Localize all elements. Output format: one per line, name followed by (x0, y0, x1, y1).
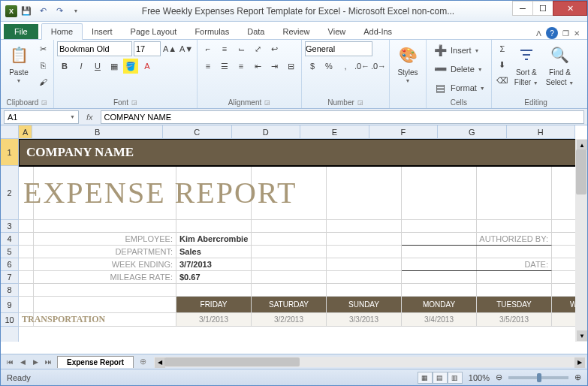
column-header-F[interactable]: F (369, 125, 438, 138)
row-header-8[interactable]: 8 (1, 284, 18, 297)
comma-icon[interactable]: , (338, 59, 353, 74)
tab-formulas[interactable]: Formulas (185, 24, 238, 39)
styles-button[interactable]: 🎨 Styles ▼ (393, 41, 423, 85)
column-header-H[interactable]: H (507, 125, 575, 138)
label-authorized-by[interactable]: AUTHORIZED BY: (402, 233, 552, 246)
row-header-9[interactable]: 9 (1, 297, 18, 313)
indent-left-icon[interactable]: ⇤ (250, 59, 265, 74)
page-layout-view-icon[interactable]: ▤ (433, 372, 448, 384)
tab-last-icon[interactable]: ⏭ (42, 356, 54, 368)
name-box[interactable]: A1 ▼ (4, 110, 79, 124)
cell-H5[interactable] (552, 246, 575, 258)
fx-icon[interactable]: fx (82, 113, 98, 122)
cell-F5[interactable] (402, 246, 477, 258)
row-header-6[interactable]: 6 (1, 258, 18, 271)
align-top-icon[interactable]: ⌐ (201, 41, 216, 56)
row-header-2[interactable]: 2 (1, 166, 18, 220)
cell-H7[interactable] (552, 271, 575, 284)
cell-date-2[interactable]: 3/3/2013 (327, 313, 402, 327)
cell-D8[interactable] (252, 284, 327, 297)
tab-review[interactable]: Review (273, 24, 318, 39)
cell-E8[interactable] (327, 284, 402, 297)
redo-icon[interactable]: ↷ (52, 4, 67, 19)
cut-icon[interactable]: ✂ (35, 41, 50, 56)
value-department[interactable]: Sales (176, 246, 327, 258)
font-color-icon[interactable]: A (140, 59, 155, 74)
find-select-button[interactable]: 🔍 Find & Select ▼ (543, 41, 577, 88)
close-button[interactable]: ✕ (553, 1, 587, 16)
help-icon[interactable]: ? (546, 27, 558, 39)
cell-G3[interactable] (477, 220, 552, 233)
clear-icon[interactable]: ⌫ (495, 73, 510, 88)
alignment-launcher-icon[interactable]: ◲ (264, 99, 270, 106)
header-day-5[interactable]: WEDNESD (552, 297, 575, 313)
cell-A4[interactable] (19, 233, 34, 246)
tab-prev-icon[interactable]: ◀ (17, 356, 29, 368)
label-week-ending[interactable]: WEEK ENDING: (34, 258, 176, 271)
header-day-1[interactable]: SATURDAY (252, 297, 327, 313)
zoom-slider[interactable] (508, 376, 568, 379)
scroll-down-icon[interactable]: ▼ (577, 330, 587, 341)
label-date[interactable]: DATE: (402, 258, 552, 271)
bold-button[interactable]: B (57, 59, 72, 74)
increase-decimal-icon[interactable]: .0← (354, 59, 369, 74)
insert-cells-button[interactable]: ➕ Insert▼ (430, 41, 482, 59)
new-sheet-icon[interactable]: ⊕ (134, 355, 152, 368)
cell-A3[interactable] (19, 220, 34, 233)
fill-color-icon[interactable]: 🪣 (123, 59, 138, 74)
cell-date-3[interactable]: 3/4/2013 (402, 313, 477, 327)
percent-icon[interactable]: % (321, 59, 336, 74)
value-week-ending[interactable]: 3/7/2013 (176, 258, 327, 271)
clipboard-launcher-icon[interactable]: ◲ (41, 99, 47, 106)
cell-G8[interactable] (477, 284, 552, 297)
number-format-select[interactable] (305, 41, 372, 56)
number-launcher-icon[interactable]: ◲ (357, 99, 363, 106)
qat-dropdown-icon[interactable]: ▼ (68, 4, 83, 19)
column-header-C[interactable]: C (163, 125, 231, 138)
column-header-G[interactable]: G (438, 125, 506, 138)
scroll-left-icon[interactable]: ◀ (155, 357, 165, 368)
cell-H4[interactable] (552, 233, 575, 246)
row-header-3[interactable]: 3 (1, 220, 18, 233)
column-header-B[interactable]: B (32, 125, 163, 138)
sort-filter-button[interactable]: Sort & Filter ▼ (511, 41, 541, 88)
scroll-right-icon[interactable]: ▶ (574, 357, 585, 368)
cell-F3[interactable] (402, 220, 477, 233)
minimize-ribbon-icon[interactable]: ᐱ (536, 29, 541, 38)
vertical-scroll-thumb[interactable] (576, 149, 586, 195)
select-all-corner[interactable] (1, 125, 19, 139)
delete-cells-button[interactable]: ➖ Delete▼ (430, 60, 486, 78)
indent-right-icon[interactable]: ⇥ (267, 59, 282, 74)
paste-button[interactable]: 📋 Paste ▼ (4, 41, 34, 85)
align-left-icon[interactable]: ≡ (201, 59, 216, 74)
cell-B8[interactable] (34, 284, 176, 297)
cell-F7[interactable] (402, 271, 477, 284)
column-header-A[interactable]: A (19, 125, 32, 138)
cell-A7[interactable] (19, 271, 34, 284)
cell-E5[interactable] (327, 246, 402, 258)
row-header-10[interactable]: 10 (1, 313, 18, 327)
header-day-2[interactable]: SUNDAY (327, 297, 402, 313)
wrap-text-icon[interactable]: ↩ (267, 41, 282, 56)
window-restore-icon[interactable]: ❐ (562, 29, 569, 38)
border-icon[interactable]: ▦ (107, 59, 122, 74)
scroll-up-icon[interactable]: ▲ (577, 140, 587, 150)
row-header-5[interactable]: 5 (1, 246, 18, 258)
label-transportation[interactable]: TRANSPORTATION (19, 313, 176, 327)
cell-D3[interactable] (252, 220, 327, 233)
cell-H8[interactable] (552, 284, 575, 297)
cell-date-1[interactable]: 3/2/2013 (252, 313, 327, 327)
currency-icon[interactable]: $ (305, 59, 320, 74)
cell-H3[interactable] (552, 220, 575, 233)
italic-button[interactable]: I (74, 59, 89, 74)
tab-home[interactable]: Home (41, 23, 83, 40)
font-launcher-icon[interactable]: ◲ (131, 99, 137, 106)
format-cells-button[interactable]: ▤ Format▼ (430, 79, 488, 97)
row-header-4[interactable]: 4 (1, 233, 18, 246)
column-header-D[interactable]: D (232, 125, 300, 138)
tab-data[interactable]: Data (238, 24, 273, 39)
minimize-button[interactable]: ─ (512, 1, 533, 16)
page-break-view-icon[interactable]: ▥ (448, 372, 463, 384)
horizontal-scroll-thumb[interactable] (164, 357, 300, 366)
font-size-select[interactable] (134, 41, 161, 56)
